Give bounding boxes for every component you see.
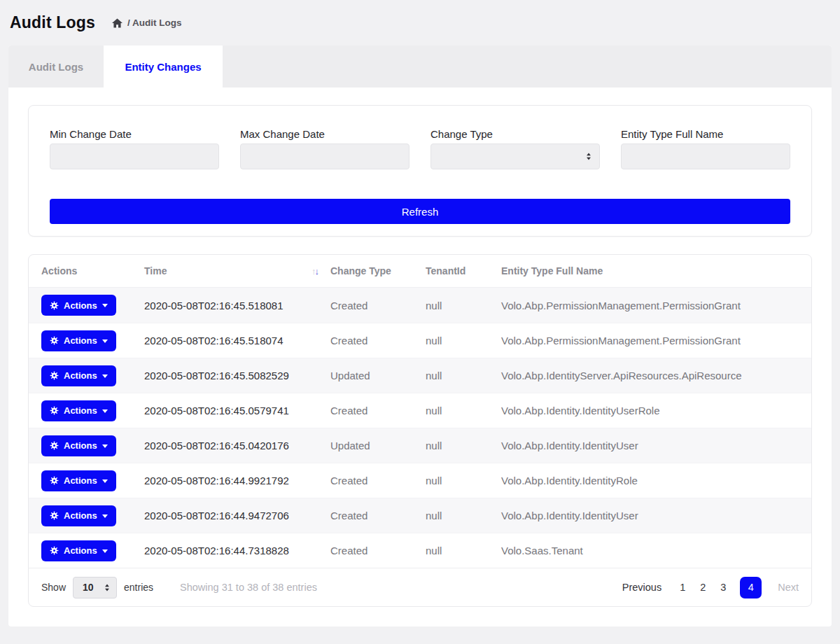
caret-down-icon bbox=[102, 550, 108, 553]
change-type-cell: Created bbox=[330, 545, 426, 556]
entity-type-cell: Volo.Abp.Identity.IdentityRole bbox=[501, 475, 811, 486]
tenant-id-cell: null bbox=[426, 335, 501, 346]
pagination-page-1[interactable]: 1 bbox=[679, 582, 686, 593]
sort-icon[interactable]: ↑↓ bbox=[312, 266, 318, 276]
row-actions-button[interactable]: Actions bbox=[41, 365, 116, 386]
tenant-id-cell: null bbox=[426, 405, 501, 416]
time-cell: 2020-05-08T02:16:44.9472706 bbox=[144, 510, 330, 522]
change-type-field: Change Type bbox=[430, 128, 600, 169]
caret-down-icon bbox=[102, 410, 108, 413]
entity-type-cell: Volo.Abp.Identity.IdentityUserRole bbox=[501, 405, 811, 416]
col-tenant-id[interactable]: TenantId bbox=[426, 265, 501, 276]
row-actions-button[interactable]: Actions bbox=[41, 540, 116, 561]
gear-icon bbox=[50, 301, 59, 310]
table-body: Actions2020-05-08T02:16:45.518081Created… bbox=[29, 288, 811, 568]
row-actions-button[interactable]: Actions bbox=[41, 435, 116, 456]
updown-arrows-icon bbox=[104, 583, 111, 592]
col-time-label: Time bbox=[144, 265, 167, 276]
col-actions: Actions bbox=[29, 265, 144, 276]
entity-changes-table: Actions Time ↑↓ Change Type TenantId Ent… bbox=[28, 254, 812, 607]
gear-icon bbox=[50, 441, 59, 450]
time-cell: 2020-05-08T02:16:45.5082529 bbox=[144, 370, 330, 382]
change-type-select[interactable] bbox=[430, 144, 600, 169]
gear-icon bbox=[50, 511, 59, 520]
row-actions-label: Actions bbox=[64, 405, 97, 416]
content-panel: Audit Logs Entity Changes Min Change Dat… bbox=[8, 46, 832, 626]
row-actions-button[interactable]: Actions bbox=[41, 505, 116, 526]
change-type-cell: Created bbox=[330, 510, 426, 522]
filter-fields: Min Change DateMax Change DateChange Typ… bbox=[50, 128, 790, 169]
top-bar: Audit Logs / Audit Logs bbox=[0, 0, 840, 46]
time-cell: 2020-05-08T02:16:45.518081 bbox=[144, 300, 330, 312]
tab-audit-logs[interactable]: Audit Logs bbox=[8, 46, 104, 88]
change-type-cell: Created bbox=[330, 335, 426, 346]
row-actions-label: Actions bbox=[64, 335, 97, 346]
row-actions-label: Actions bbox=[64, 370, 97, 381]
change-type-label: Change Type bbox=[430, 128, 600, 140]
row-actions-label: Actions bbox=[64, 545, 97, 556]
gear-icon bbox=[50, 336, 59, 345]
tab-bar: Audit Logs Entity Changes bbox=[8, 46, 832, 88]
show-label: Show bbox=[41, 582, 66, 593]
entity-type-full-name-field: Entity Type Full Name bbox=[621, 128, 790, 169]
gear-icon bbox=[50, 406, 59, 415]
entity-type-full-name-input[interactable] bbox=[621, 144, 790, 169]
change-type-cell: Created bbox=[330, 405, 426, 416]
entity-type-cell: Volo.Abp.PermissionManagement.Permission… bbox=[501, 300, 811, 312]
max-change-date-field: Max Change Date bbox=[240, 128, 410, 169]
actions-cell: Actions bbox=[29, 435, 144, 456]
pagination-page-3[interactable]: 3 bbox=[720, 582, 727, 593]
breadcrumb: / Audit Logs bbox=[112, 18, 182, 28]
min-change-date-field: Min Change Date bbox=[50, 128, 219, 169]
caret-down-icon bbox=[102, 374, 108, 378]
page-size-select[interactable]: 10 bbox=[73, 577, 117, 598]
col-entity-type[interactable]: Entity Type Full Name bbox=[501, 265, 811, 276]
caret-down-icon bbox=[102, 304, 108, 307]
caret-down-icon bbox=[102, 514, 108, 518]
change-type-cell: Updated bbox=[330, 440, 426, 451]
table-row: Actions2020-05-08T02:16:45.518081Created… bbox=[29, 288, 811, 323]
min-change-date-input[interactable] bbox=[50, 144, 219, 169]
time-cell: 2020-05-08T02:16:44.9921792 bbox=[144, 475, 330, 486]
caret-down-icon bbox=[102, 444, 108, 448]
time-cell: 2020-05-08T02:16:45.518074 bbox=[144, 335, 330, 346]
actions-cell: Actions bbox=[29, 295, 144, 316]
row-actions-button[interactable]: Actions bbox=[41, 330, 116, 351]
entity-type-cell: Volo.Saas.Tenant bbox=[501, 545, 811, 556]
row-actions-label: Actions bbox=[64, 510, 97, 521]
table-row: Actions2020-05-08T02:16:44.9472706Create… bbox=[29, 498, 811, 533]
gear-icon bbox=[50, 476, 59, 485]
pagination-page-2[interactable]: 2 bbox=[699, 582, 706, 593]
breadcrumb-path: / Audit Logs bbox=[127, 18, 182, 28]
row-actions-button[interactable]: Actions bbox=[41, 400, 116, 421]
gear-icon bbox=[50, 546, 59, 555]
min-change-date-label: Min Change Date bbox=[50, 128, 219, 140]
time-cell: 2020-05-08T02:16:45.0579741 bbox=[144, 405, 330, 416]
refresh-button[interactable]: Refresh bbox=[50, 199, 790, 224]
tenant-id-cell: null bbox=[426, 300, 501, 312]
entity-type-full-name-label: Entity Type Full Name bbox=[621, 128, 790, 140]
row-actions-button[interactable]: Actions bbox=[41, 295, 116, 316]
pagination-page-4[interactable]: 4 bbox=[740, 577, 762, 598]
col-change-type[interactable]: Change Type bbox=[330, 265, 426, 276]
tab-entity-changes[interactable]: Entity Changes bbox=[104, 46, 223, 88]
entity-type-cell: Volo.Abp.PermissionManagement.Permission… bbox=[501, 335, 811, 346]
col-time[interactable]: Time ↑↓ bbox=[144, 265, 330, 276]
panel-body: Min Change DateMax Change DateChange Typ… bbox=[8, 88, 832, 607]
change-type-cell: Created bbox=[330, 475, 426, 486]
entries-label: entries bbox=[124, 582, 153, 593]
actions-cell: Actions bbox=[29, 330, 144, 351]
table-row: Actions2020-05-08T02:16:45.518074Created… bbox=[29, 323, 811, 358]
actions-cell: Actions bbox=[29, 470, 144, 491]
pagination-next[interactable]: Next bbox=[778, 582, 799, 593]
caret-down-icon bbox=[102, 340, 108, 343]
row-actions-button[interactable]: Actions bbox=[41, 470, 116, 491]
updown-arrows-icon bbox=[585, 152, 592, 161]
table-row: Actions2020-05-08T02:16:44.7318828Create… bbox=[29, 533, 811, 568]
tenant-id-cell: null bbox=[426, 370, 501, 382]
gear-icon bbox=[50, 371, 59, 380]
table-row: Actions2020-05-08T02:16:45.0420176Update… bbox=[29, 428, 811, 463]
home-icon[interactable] bbox=[112, 18, 122, 28]
max-change-date-input[interactable] bbox=[240, 144, 410, 169]
pagination-previous[interactable]: Previous bbox=[622, 582, 662, 593]
